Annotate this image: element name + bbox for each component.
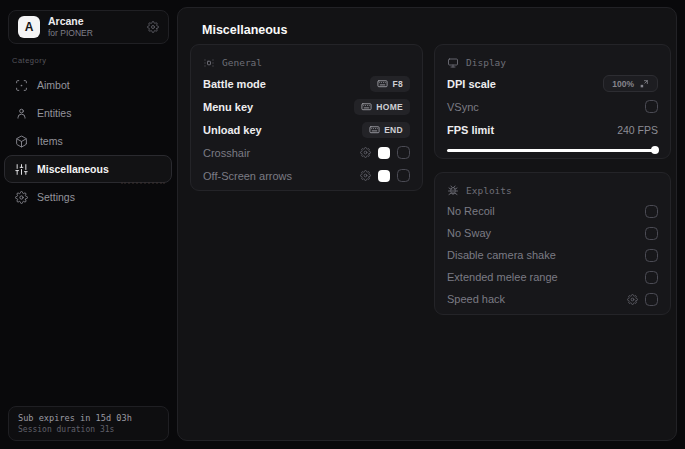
disable-camera-shake-checkbox[interactable] [645,249,658,262]
slider-knob[interactable] [651,146,659,154]
extended-melee-range-label: Extended melee range [447,271,558,283]
no-sway-row: No Sway [447,222,658,244]
sidebar-item-aimbot[interactable]: Aimbot [4,71,172,99]
general-header-label: General [222,57,262,68]
vsync-label: VSync [447,101,479,113]
fps-limit-slider[interactable] [447,146,658,154]
no-recoil-checkbox[interactable] [645,205,658,218]
dpi-scale-select[interactable]: 100% [603,75,658,92]
offscreen-settings-gear-icon[interactable] [360,170,371,181]
crosshair-checkbox[interactable] [397,146,410,159]
sidebar-item-label: Entities [37,107,71,119]
app-logo: A [18,16,40,38]
crosshair-settings-gear-icon[interactable] [360,147,371,158]
subscription-card: Sub expires in 15d 03h Session duration … [8,406,169,441]
page-title: Miscellaneous [202,23,287,37]
crosshair-color-swatch[interactable] [378,147,390,159]
session-duration-text: Session duration 31s [18,425,159,434]
keyboard-icon [369,124,380,135]
offscreen-color-swatch[interactable] [378,170,390,182]
sidebar-item-label: Settings [37,191,75,203]
general-card: General Battle mode F8 Menu key HOME Unl… [190,44,423,191]
aimbot-scan-icon [15,79,28,92]
offscreen-checkbox[interactable] [397,169,410,182]
menu-key-row: Menu key HOME [203,95,410,118]
items-package-icon [15,135,28,148]
no-sway-label: No Sway [447,227,491,239]
menu-keybind[interactable]: HOME [354,99,410,115]
crosshair-label: Crosshair [203,147,250,159]
monitor-icon [447,57,459,69]
battle-mode-keybind[interactable]: F8 [370,76,410,92]
gear-icon [15,191,28,204]
app-title: Arcane [48,15,93,28]
scaling-icon [639,79,649,89]
no-sway-checkbox[interactable] [645,227,658,240]
app-header-card: A Arcane for PIONER [8,10,169,44]
speed-hack-row: Speed hack [447,288,658,310]
general-grid-icon [203,57,215,69]
sidebar-item-items[interactable]: Items [4,127,172,155]
sidebar-item-entities[interactable]: Entities [4,99,172,127]
no-recoil-label: No Recoil [447,205,495,217]
unload-keybind[interactable]: END [362,122,410,138]
sub-expires-text: Sub expires in 15d 03h [18,413,159,423]
category-label: Category [12,56,46,65]
keyboard-icon [377,78,388,89]
vsync-checkbox[interactable] [645,100,658,113]
dpi-scale-row: DPI scale 100% [447,72,658,95]
header-gear-icon[interactable] [147,21,159,33]
disable-camera-shake-row: Disable camera shake [447,244,658,266]
sliders-icon [15,163,28,176]
app-subtitle: for PIONER [48,28,93,39]
main-panel: Miscellaneous General Battle mode F8 Men… [177,7,677,441]
keyboard-icon [361,101,372,112]
disable-camera-shake-label: Disable camera shake [447,249,556,261]
exploits-header-label: Exploits [466,185,512,196]
no-recoil-row: No Recoil [447,200,658,222]
sidebar-item-miscellaneous[interactable]: Miscellaneous [4,155,172,183]
exploits-card: Exploits No Recoil No Sway Disable camer… [434,172,671,315]
battle-mode-label: Battle mode [203,78,266,90]
sidebar-item-label: Items [37,135,63,147]
speed-hack-settings-gear-icon[interactable] [627,294,638,305]
speed-hack-label: Speed hack [447,293,505,305]
speed-hack-checkbox[interactable] [645,293,658,306]
offscreen-arrows-row: Off-Screen arrows [203,164,410,187]
unload-key-label: Unload key [203,124,262,136]
menu-key-label: Menu key [203,101,253,113]
fps-limit-value: 240 FPS [617,124,658,136]
extended-melee-range-checkbox[interactable] [645,271,658,284]
slider-track[interactable] [447,149,658,152]
unload-key-row: Unload key END [203,118,410,141]
crosshair-row: Crosshair [203,141,410,164]
sidebar-item-settings[interactable]: Settings [4,183,172,211]
fps-limit-label: FPS limit [447,124,494,136]
sidebar: A Arcane for PIONER Category Aimbot Enti… [0,0,177,449]
entities-icon [15,107,28,120]
extended-melee-range-row: Extended melee range [447,266,658,288]
sidebar-nav: Aimbot Entities Items Miscellaneous [4,71,172,211]
battle-mode-row: Battle mode F8 [203,72,410,95]
dpi-scale-label: DPI scale [447,78,496,90]
display-card: Display DPI scale 100% VSync FPS limit 2… [434,44,671,159]
vsync-row: VSync [447,95,658,118]
offscreen-arrows-label: Off-Screen arrows [203,170,292,182]
sidebar-item-label: Aimbot [37,79,70,91]
display-header-label: Display [466,57,506,68]
sidebar-item-label: Miscellaneous [37,163,109,175]
bug-icon [447,185,459,197]
fps-limit-row: FPS limit 240 FPS [447,118,658,141]
